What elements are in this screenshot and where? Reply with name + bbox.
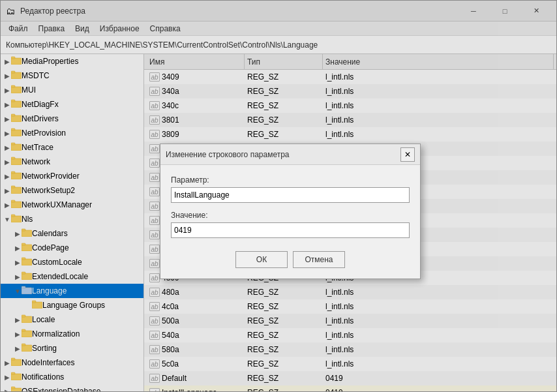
svg-rect-24 [22, 230, 32, 237]
menu-edit[interactable]: Правка [33, 23, 70, 35]
tree-item-Sorting[interactable]: ▶Sorting [1, 341, 143, 355]
menu-favorites[interactable]: Избранное [95, 23, 145, 35]
reg-icon: ab [149, 302, 160, 311]
tree-item-CustomLocale[interactable]: ▶CustomLocale [1, 255, 143, 269]
tree-item-OSExtensionDatabase[interactable]: ▶OSExtensionDatabase [1, 384, 143, 391]
tree-item-Notifications[interactable]: ▶Notifications [1, 370, 143, 384]
svg-rect-4 [11, 87, 22, 93]
tree-item-MUI[interactable]: ▶MUI [1, 83, 143, 97]
tree-item-Calendars[interactable]: ▶Calendars [1, 226, 143, 241]
tree-item-NetworkSetup2[interactable]: ▶NetworkSetup2 [1, 183, 143, 198]
reg-icon: ab [149, 331, 160, 340]
tree-label-CodePage: CodePage [32, 243, 69, 252]
col-header-name[interactable]: Имя [147, 54, 245, 69]
tree-item-Locale[interactable]: ▶Locale [1, 312, 143, 327]
entry-name: 3809 [162, 130, 179, 139]
reg-icon: ab [149, 245, 160, 254]
table-row[interactable]: ab4c0aREG_SZl_intl.nls [144, 299, 556, 314]
svg-rect-36 [22, 316, 32, 323]
col-header-type[interactable]: Тип [245, 54, 323, 69]
dialog-close-button[interactable]: ✕ [400, 147, 415, 162]
tree-label-Locale: Locale [32, 315, 55, 324]
tree-item-NodeInterfaces[interactable]: ▶NodeInterfaces [1, 355, 143, 370]
entry-value: l_intl.nls [325, 316, 354, 325]
reg-icon: ab [149, 115, 160, 125]
svg-rect-17 [11, 172, 15, 173]
menu-bar: Файл Правка Вид Избранное Справка [1, 22, 556, 36]
address-bar[interactable]: Компьютер\HKEY_LOCAL_MACHINE\SYSTEM\Curr… [1, 36, 556, 54]
svg-rect-2 [11, 72, 22, 79]
entry-name: 580a [162, 345, 179, 354]
tree-item-Language[interactable]: ▼Language [1, 284, 143, 298]
tree-item-NetDrivers[interactable]: ▶NetDrivers [1, 112, 143, 126]
reg-icon: ab [149, 158, 160, 168]
tree-arrow-NetworkProvider: ▶ [3, 173, 11, 180]
tree-arrow-Sorting: ▶ [14, 345, 22, 352]
table-row[interactable]: ab3801REG_SZl_intl.nls [144, 113, 556, 127]
tree-label-NetworkProvider: NetworkProvider [22, 172, 80, 181]
reg-icon: ab [149, 345, 160, 354]
cell-value: 0419 ← [323, 386, 554, 392]
table-row[interactable]: ab340aREG_SZl_intl.nls [144, 84, 556, 98]
table-row[interactable]: ab3809REG_SZl_intl.nls [144, 127, 556, 142]
menu-help[interactable]: Справка [145, 23, 186, 35]
table-row[interactable]: ab5c0aREG_SZl_intl.nls [144, 357, 556, 371]
tree-panel[interactable]: ▶MediaProperties▶MSDTC▶MUI▶NetDiagFx▶Net… [1, 54, 144, 391]
tree-item-LanguageGroups[interactable]: Language Groups [1, 298, 143, 312]
folder-icon-CustomLocale [22, 257, 32, 267]
tree-item-NetDiagFx[interactable]: ▶NetDiagFx [1, 97, 143, 112]
entry-name: 480a [162, 288, 179, 297]
entry-value: 0419 [325, 388, 343, 391]
svg-rect-10 [11, 130, 22, 136]
tree-item-NetTrace[interactable]: ▶NetTrace [1, 140, 143, 155]
table-row[interactable]: abInstallLanguageREG_SZ0419 ← [144, 385, 556, 391]
tree-item-Normalization[interactable]: ▶Normalization [1, 327, 143, 341]
ok-button[interactable]: ОК [235, 251, 288, 268]
cell-value: l_intl.nls [323, 72, 554, 82]
reg-icon: ab [149, 87, 160, 96]
minimize-button[interactable]: ─ [459, 1, 489, 22]
cell-type: REG_SZ [245, 101, 323, 110]
value-input[interactable] [171, 222, 410, 238]
menu-file[interactable]: Файл [3, 23, 33, 35]
entry-name: 540a [162, 331, 179, 340]
svg-rect-5 [11, 85, 15, 87]
tree-item-NetworkProvider[interactable]: ▶NetworkProvider [1, 169, 143, 183]
table-row[interactable]: ab3409REG_SZl_intl.nls [144, 70, 556, 84]
cell-type: REG_SZ [245, 374, 323, 383]
tree-item-Nls[interactable]: ▼Nls [1, 212, 143, 226]
folder-icon-MUI [11, 85, 22, 95]
cell-name: abDefault [147, 374, 245, 383]
tree-item-MediaProperties[interactable]: ▶MediaProperties [1, 54, 143, 68]
tree-arrow-MSDTC: ▶ [3, 72, 11, 80]
close-button[interactable]: ✕ [521, 1, 551, 22]
table-row[interactable]: ab580aREG_SZl_intl.nls [144, 342, 556, 357]
tree-item-Network[interactable]: ▶Network [1, 155, 143, 169]
tree-item-ExtendedLocale[interactable]: ▶ExtendedLocale [1, 269, 143, 284]
dialog-title-bar: Изменение строкового параметра ✕ [160, 144, 420, 165]
param-input[interactable] [171, 187, 410, 203]
col-header-value[interactable]: Значение [323, 54, 554, 69]
menu-view[interactable]: Вид [70, 23, 95, 35]
tree-arrow-NetProvision: ▶ [3, 130, 11, 137]
cell-value: l_intl.nls [323, 359, 554, 369]
entry-value: l_intl.nls [325, 115, 354, 125]
tree-item-NetProvision[interactable]: ▶NetProvision [1, 126, 143, 140]
folder-icon-NetworkProvider [11, 171, 22, 181]
table-row[interactable]: ab540aREG_SZl_intl.nls [144, 328, 556, 342]
cancel-button[interactable]: Отмена [293, 251, 345, 268]
tree-label-Network: Network [22, 157, 50, 166]
reg-icon: ab [149, 202, 160, 211]
table-row[interactable]: abDefaultREG_SZ0419 [144, 371, 556, 385]
table-row[interactable]: ab480aREG_SZl_intl.nls [144, 285, 556, 299]
maximize-button[interactable]: □ [490, 1, 520, 22]
table-row[interactable]: ab500aREG_SZl_intl.nls [144, 314, 556, 328]
tree-label-NetTrace: NetTrace [22, 143, 53, 152]
tree-item-MSDTC[interactable]: ▶MSDTC [1, 68, 143, 83]
tree-item-NetworkUXManager[interactable]: ▶NetworkUXManager [1, 198, 143, 212]
tree-item-CodePage[interactable]: ▶CodePage [1, 241, 143, 255]
cell-name: ab540a [147, 331, 245, 340]
table-row[interactable]: ab340cREG_SZl_intl.nls [144, 98, 556, 113]
reg-icon: ab [149, 216, 160, 225]
reg-icon: ab [149, 130, 160, 139]
